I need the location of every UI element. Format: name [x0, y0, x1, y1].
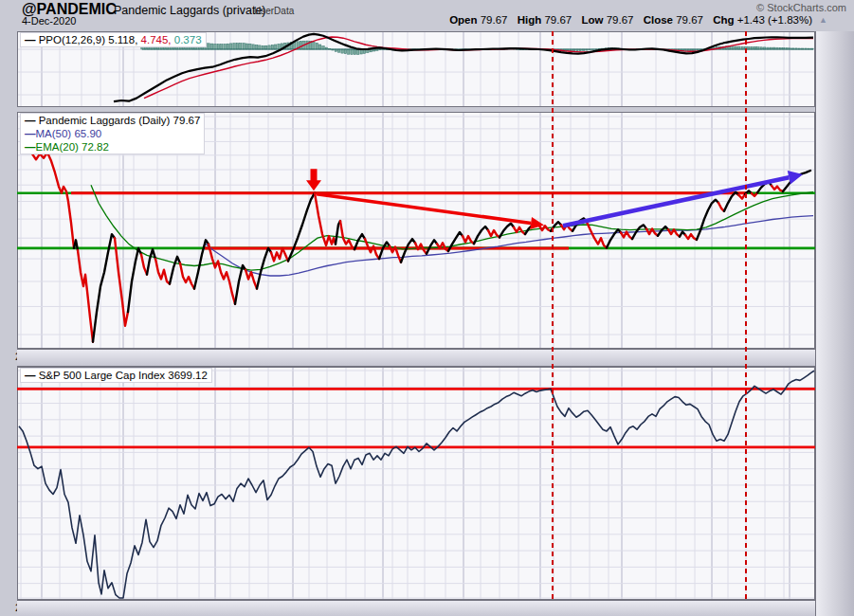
ppo-hist-value: 0.373 [174, 34, 202, 45]
up-triangle-icon: ▲ [819, 15, 827, 25]
ma50-legend-line: —MA(50) 65.90 [25, 127, 200, 140]
chg-label: Chg [713, 14, 734, 26]
ppo-legend: — PPO(12,26,9) 5.118, 4.745, 0.373 [20, 32, 207, 47]
ppo-signal-value: 4.745, [141, 34, 172, 45]
ohlc-quote: Open 79.67 High 79.67 Low 79.67 Close 79… [443, 14, 812, 26]
ppo-line-swatch: — [25, 34, 36, 45]
open-value: 79.67 [481, 14, 508, 26]
chart-page: @PANDEMIC Pandemic Laggards (private) Us… [0, 0, 854, 616]
sp500-panel [17, 367, 815, 600]
source-tag: UserData [254, 6, 294, 16]
price-legend-line: — Pandemic Laggards (Daily) 79.67 [25, 114, 200, 127]
price-series-label: Pandemic Laggards (Daily) 79.67 [39, 115, 201, 126]
open-label: Open [449, 14, 477, 26]
chart-date: 4-Dec-2020 [22, 15, 76, 27]
copyright: © StockCharts.com [756, 2, 846, 13]
ema20-legend-line: —EMA(20) 72.82 [25, 140, 200, 154]
high-value: 79.67 [544, 14, 572, 26]
ppo-value: 5.118, [108, 34, 137, 45]
sp500-legend: — S&P 500 Large Cap Index 3699.12 [20, 368, 212, 383]
close-label: Close [644, 14, 673, 26]
date-axis-upper [17, 349, 815, 367]
low-label: Low [581, 14, 603, 26]
y-axis-strip [815, 31, 854, 616]
price-legend: — Pandemic Laggards (Daily) 79.67 —MA(50… [20, 113, 205, 154]
sp500-label: S&P 500 Large Cap Index 3699.12 [39, 370, 208, 381]
high-label: High [518, 14, 542, 26]
chart-title: Pandemic Laggards (private) [114, 4, 266, 17]
chg-value: +1.43 (+1.83%) [737, 14, 812, 26]
ppo-legend-label: PPO(12,26,9) [39, 34, 105, 45]
close-value: 79.67 [676, 14, 703, 26]
ma50-label: MA(50) 65.90 [36, 128, 102, 139]
low-value: 79.67 [607, 14, 634, 26]
date-axis-lower [17, 600, 815, 616]
sp500-swatch: — [25, 370, 36, 381]
ema20-label: EMA(20) 72.82 [36, 141, 109, 153]
